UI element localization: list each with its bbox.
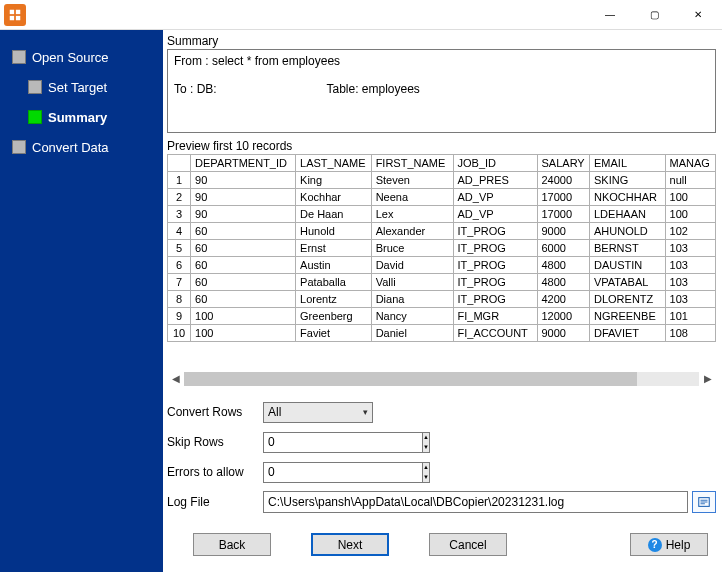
spin-up-icon[interactable]: ▲ [423,463,429,473]
help-icon: ? [648,538,662,552]
sidebar-item-set-target[interactable]: Set Target [0,74,163,100]
cell: De Haan [296,206,372,223]
cell: 4800 [537,274,589,291]
cell: IT_PROG [453,291,537,308]
cell: Austin [296,257,372,274]
errors-label: Errors to allow [167,465,263,479]
skip-rows-label: Skip Rows [167,435,263,449]
table-row[interactable]: 660AustinDavidIT_PROG4800DAUSTIN103 [168,257,716,274]
scroll-thumb[interactable] [184,372,637,386]
spin-down-icon[interactable]: ▼ [423,442,429,452]
scroll-track[interactable] [184,372,699,386]
errors-input[interactable] [263,462,422,483]
table-row[interactable]: 560ErnstBruceIT_PROG6000BERNST103 [168,240,716,257]
horizontal-scrollbar[interactable]: ◀ ▶ [167,370,716,387]
table-row[interactable]: 760PataballaValliIT_PROG4800VPATABAL103 [168,274,716,291]
logfile-input[interactable] [263,491,688,513]
cell: VPATABAL [589,274,665,291]
cell: 60 [191,257,296,274]
cell: 12000 [537,308,589,325]
wizard-sidebar: Open SourceSet TargetSummaryConvert Data [0,30,163,572]
cancel-button[interactable]: Cancel [429,533,507,556]
cell: 100 [665,189,715,206]
table-row[interactable]: 9100GreenbergNancyFI_MGR12000NGREENBE101 [168,308,716,325]
table-row[interactable]: 390De HaanLexAD_VP17000LDEHAAN100 [168,206,716,223]
cell: 101 [665,308,715,325]
spin-down-icon[interactable]: ▼ [423,472,429,482]
row-number: 4 [168,223,191,240]
main-panel: Summary From : select * from employees T… [163,30,722,572]
table-row[interactable]: 190KingStevenAD_PRES24000SKINGnull [168,172,716,189]
maximize-button[interactable]: ▢ [632,1,676,29]
logfile-label: Log File [167,495,263,509]
cell: Diana [371,291,453,308]
convert-rows-select[interactable]: All ▾ [263,402,373,423]
cell: 108 [665,325,715,342]
cell: Faviet [296,325,372,342]
cell: AD_PRES [453,172,537,189]
cell: Lex [371,206,453,223]
convert-rows-value: All [268,405,281,419]
cell: DLORENTZ [589,291,665,308]
column-header[interactable]: FIRST_NAME [371,155,453,172]
cell: NKOCHHAR [589,189,665,206]
spin-up-icon[interactable]: ▲ [423,433,429,443]
table-row[interactable]: 460HunoldAlexanderIT_PROG9000AHUNOLD102 [168,223,716,240]
cell: Bruce [371,240,453,257]
cell: SKING [589,172,665,189]
row-number: 6 [168,257,191,274]
table-row[interactable]: 860LorentzDianaIT_PROG4200DLORENTZ103 [168,291,716,308]
cell: 90 [191,172,296,189]
table-row[interactable]: 290KochharNeenaAD_VP17000NKOCHHAR100 [168,189,716,206]
minimize-button[interactable]: — [588,1,632,29]
column-header[interactable]: LAST_NAME [296,155,372,172]
close-button[interactable]: ✕ [676,1,720,29]
row-number: 10 [168,325,191,342]
table-row[interactable]: 10100FavietDanielFI_ACCOUNT9000DFAVIET10… [168,325,716,342]
cell: IT_PROG [453,223,537,240]
cell: Greenberg [296,308,372,325]
column-header[interactable]: SALARY [537,155,589,172]
column-header[interactable]: DEPARTMENT_ID [191,155,296,172]
cell: 100 [665,206,715,223]
cell: Lorentz [296,291,372,308]
sidebar-item-label: Set Target [48,80,107,95]
cell: FI_ACCOUNT [453,325,537,342]
cell: AHUNOLD [589,223,665,240]
cell: 100 [191,308,296,325]
cell: 102 [665,223,715,240]
app-icon [4,4,26,26]
column-header[interactable]: EMAIL [589,155,665,172]
cell: 60 [191,240,296,257]
sidebar-item-label: Convert Data [32,140,109,155]
skip-rows-input[interactable] [263,432,422,453]
sidebar-item-convert-data[interactable]: Convert Data [0,134,163,160]
cell: BERNST [589,240,665,257]
svg-rect-1 [16,9,20,13]
scroll-left-icon[interactable]: ◀ [167,370,184,387]
cell: AD_VP [453,189,537,206]
back-button[interactable]: Back [193,533,271,556]
next-button[interactable]: Next [311,533,389,556]
scroll-right-icon[interactable]: ▶ [699,370,716,387]
help-button[interactable]: ? Help [630,533,708,556]
column-header[interactable]: MANAG [665,155,715,172]
skip-rows-stepper[interactable]: ▲▼ [263,432,341,453]
cell: IT_PROG [453,240,537,257]
cell: 60 [191,274,296,291]
help-label: Help [666,538,691,552]
sidebar-item-open-source[interactable]: Open Source [0,44,163,70]
browse-log-button[interactable] [692,491,716,513]
cell: DFAVIET [589,325,665,342]
summary-heading: Summary [167,34,716,48]
errors-stepper[interactable]: ▲▼ [263,462,341,483]
row-number: 2 [168,189,191,206]
row-number: 8 [168,291,191,308]
svg-rect-0 [10,9,14,13]
cell: DAUSTIN [589,257,665,274]
cell: 103 [665,257,715,274]
column-header[interactable]: JOB_ID [453,155,537,172]
sidebar-item-summary[interactable]: Summary [0,104,163,130]
preview-grid: DEPARTMENT_IDLAST_NAMEFIRST_NAMEJOB_IDSA… [167,154,716,346]
step-node-icon [12,140,26,154]
